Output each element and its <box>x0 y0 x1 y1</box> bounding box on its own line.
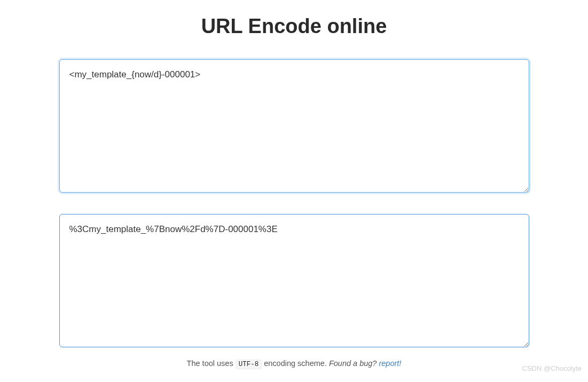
page-title: URL Encode online <box>59 15 529 38</box>
encoding-badge: UTF-8 <box>236 360 262 369</box>
bug-prompt: Found a bug? <box>329 359 379 368</box>
footer-suffix: encoding scheme. <box>264 359 329 368</box>
input-textarea[interactable] <box>59 59 529 193</box>
output-textarea[interactable] <box>59 214 529 347</box>
report-link[interactable]: report! <box>379 359 401 368</box>
footer-prefix: The tool uses <box>187 359 236 368</box>
footer-note: The tool uses UTF-8 encoding scheme. Fou… <box>59 359 529 368</box>
